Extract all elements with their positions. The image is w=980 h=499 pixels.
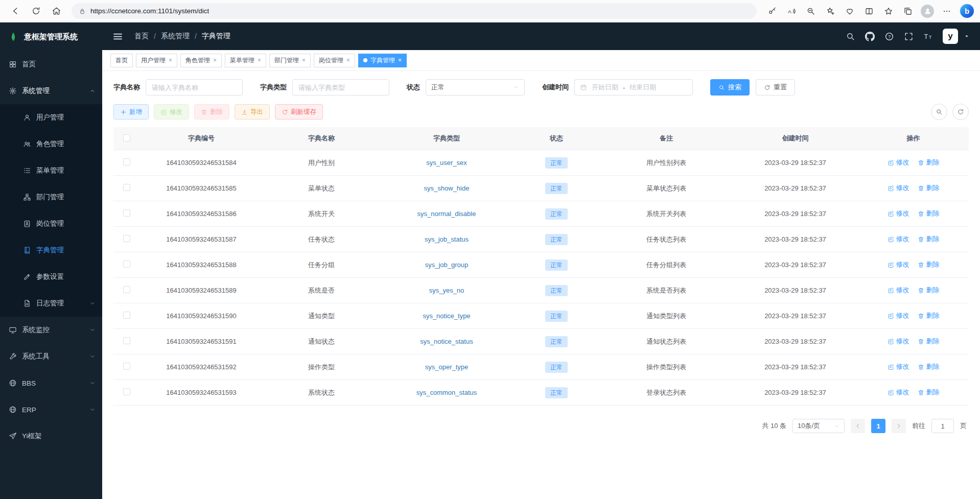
row-checkbox[interactable] — [123, 209, 130, 217]
github-icon[interactable] — [865, 32, 875, 41]
sidebar-item-dept-management[interactable]: 部门管理 — [0, 184, 102, 210]
row-checkbox[interactable] — [123, 363, 130, 370]
browser-back-button[interactable] — [6, 3, 25, 20]
browser-profile-avatar[interactable] — [921, 5, 934, 18]
sidebar-item-bbs[interactable]: BBS — [0, 370, 102, 396]
row-edit-button[interactable]: 修改 — [888, 337, 909, 346]
tab-dict-management[interactable]: 字典管理× — [358, 54, 407, 67]
delete-button[interactable]: 删除 — [194, 104, 229, 120]
row-edit-button[interactable]: 修改 — [888, 362, 909, 371]
sidebar-item-system-monitor[interactable]: 系统监控 — [0, 317, 102, 343]
row-delete-button[interactable]: 删除 — [918, 286, 940, 295]
sidebar-item-erp[interactable]: ERP — [0, 396, 102, 423]
row-delete-button[interactable]: 删除 — [918, 183, 940, 193]
next-page-button[interactable] — [892, 419, 906, 433]
user-dropdown-caret-icon[interactable] — [964, 33, 970, 39]
sidebar-item-home[interactable]: 首页 — [0, 51, 102, 78]
sidebar-item-system-tools[interactable]: 系统工具 — [0, 343, 102, 370]
dict-type-link[interactable]: sys_job_status — [425, 235, 469, 243]
row-delete-button[interactable]: 删除 — [918, 158, 940, 167]
row-edit-button[interactable]: 修改 — [888, 183, 909, 193]
add-button[interactable]: 新增 — [113, 104, 149, 120]
collections-icon[interactable] — [899, 3, 917, 20]
dict-type-link[interactable]: sys_oper_type — [425, 363, 469, 371]
dict-type-link[interactable]: sys_job_group — [425, 261, 469, 269]
bing-chat-button[interactable]: b — [960, 4, 974, 18]
sidebar-item-role-management[interactable]: 角色管理 — [0, 131, 102, 157]
row-delete-button[interactable]: 删除 — [918, 260, 940, 269]
dict-type-link[interactable]: sys_user_sex — [426, 159, 466, 167]
dict-type-link[interactable]: sys_normal_disable — [417, 210, 476, 218]
edit-button[interactable]: 修改 — [154, 104, 189, 120]
favorites-icon[interactable] — [879, 3, 898, 20]
breadcrumb-home[interactable]: 首页 — [134, 32, 149, 41]
tab-close-icon[interactable]: × — [213, 57, 217, 63]
row-delete-button[interactable]: 删除 — [918, 234, 940, 244]
export-button[interactable]: 导出 — [235, 104, 270, 120]
current-page-button[interactable]: 1 — [871, 419, 885, 433]
url-text[interactable]: https://ccnetcore.com:1101/system/dict — [90, 7, 209, 15]
dict-type-link[interactable]: sys_common_status — [416, 389, 477, 396]
row-edit-button[interactable]: 修改 — [888, 158, 909, 167]
dict-type-link[interactable]: sys_show_hide — [424, 184, 470, 192]
row-edit-button[interactable]: 修改 — [888, 388, 909, 397]
row-delete-button[interactable]: 删除 — [918, 209, 940, 218]
row-delete-button[interactable]: 删除 — [918, 337, 940, 346]
tab-home[interactable]: 首页 — [110, 54, 133, 67]
tab-user-management[interactable]: 用户管理× — [136, 54, 177, 67]
status-select[interactable]: 正常 — [426, 79, 525, 96]
row-checkbox[interactable] — [123, 312, 130, 319]
help-icon[interactable] — [884, 32, 894, 41]
date-range-picker[interactable]: 开始日期 - 结束日期 — [574, 79, 693, 96]
tab-menu-management[interactable]: 菜单管理× — [225, 54, 266, 67]
row-edit-button[interactable]: 修改 — [888, 286, 909, 295]
dict-type-link[interactable]: sys_yes_no — [429, 287, 464, 294]
tab-close-icon[interactable]: × — [169, 57, 172, 63]
browser-home-button[interactable] — [47, 3, 65, 20]
browser-menu-icon[interactable] — [938, 3, 956, 20]
page-size-select[interactable]: 10条/页 — [792, 419, 845, 433]
sidebar-item-system-management[interactable]: 系统管理 — [0, 78, 102, 104]
goto-page-input[interactable] — [931, 419, 954, 433]
tab-role-management[interactable]: 角色管理× — [180, 54, 222, 67]
row-checkbox[interactable] — [123, 260, 130, 268]
browser-essentials-icon[interactable] — [841, 3, 859, 20]
read-aloud-icon[interactable] — [782, 3, 801, 20]
sidebar-item-dict-management[interactable]: 字典管理 — [0, 237, 102, 264]
row-delete-button[interactable]: 删除 — [918, 388, 940, 397]
tab-close-icon[interactable]: × — [302, 57, 306, 63]
reset-button[interactable]: 重置 — [756, 79, 795, 96]
row-checkbox[interactable] — [123, 235, 130, 242]
split-screen-icon[interactable] — [860, 3, 878, 20]
row-edit-button[interactable]: 修改 — [888, 260, 909, 269]
row-checkbox[interactable] — [123, 337, 130, 344]
sidebar-item-user-management[interactable]: 用户管理 — [0, 104, 102, 131]
dict-type-link[interactable]: sys_notice_status — [420, 338, 473, 345]
favorites-add-icon[interactable] — [821, 3, 839, 20]
tab-close-icon[interactable]: × — [258, 57, 261, 63]
row-edit-button[interactable]: 修改 — [888, 311, 909, 320]
toggle-search-button[interactable] — [931, 104, 947, 120]
tab-close-icon[interactable]: × — [398, 57, 402, 63]
sidebar-collapse-button[interactable] — [112, 31, 123, 42]
tab-post-management[interactable]: 岗位管理× — [314, 54, 355, 67]
row-checkbox[interactable] — [123, 184, 130, 191]
row-checkbox[interactable] — [123, 388, 130, 395]
dict-type-link[interactable]: sys_notice_type — [423, 312, 470, 320]
browser-refresh-button[interactable] — [27, 3, 45, 20]
sidebar-item-menu-management[interactable]: 菜单管理 — [0, 157, 102, 184]
header-search-icon[interactable] — [846, 32, 855, 41]
search-button[interactable]: 搜索 — [710, 79, 750, 96]
address-bar[interactable]: https://ccnetcore.com:1101/system/dict — [72, 3, 757, 19]
tab-dept-management[interactable]: 部门管理× — [269, 54, 311, 67]
row-edit-button[interactable]: 修改 — [888, 209, 909, 218]
fullscreen-icon[interactable] — [904, 32, 914, 41]
row-checkbox[interactable] — [123, 158, 130, 165]
key-icon[interactable] — [763, 3, 781, 20]
sidebar-item-post-management[interactable]: 岗位管理 — [0, 210, 102, 237]
row-edit-button[interactable]: 修改 — [888, 234, 909, 244]
row-checkbox[interactable] — [123, 286, 130, 293]
prev-page-button[interactable] — [851, 419, 865, 433]
refresh-cache-button[interactable]: 刷新缓存 — [275, 104, 323, 120]
refresh-table-button[interactable] — [952, 104, 969, 120]
